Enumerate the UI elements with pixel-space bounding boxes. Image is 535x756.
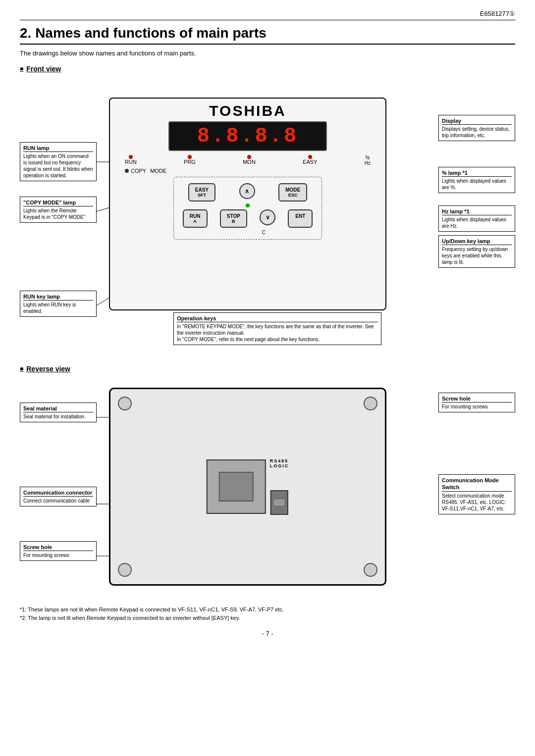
run-key-lamp-label: RUN key lamp Lights when RUN key is enab… (20, 291, 97, 317)
seven-segment-display: 8.8.8.8 (168, 121, 327, 151)
easy-key[interactable]: EASY SFT (188, 183, 215, 202)
display-label: Display Displays setting, device status,… (438, 115, 515, 141)
display-digits: 8.8.8.8 (197, 124, 298, 148)
switch-toggle (273, 499, 285, 506)
page-title: 2. Names and functions of main parts (20, 25, 515, 45)
copy-label: COPY (131, 168, 146, 174)
footnote-1: *1: These lamps are not lit when Remote … (20, 605, 515, 614)
run-lamp-label: RUN lamp Lights when an ON command is is… (20, 142, 97, 181)
rs485-logic-label: RS485LOGIC (270, 458, 289, 488)
page-header: E6581277① (20, 10, 515, 20)
mode-esc-key[interactable]: MODE ESC (278, 183, 307, 202)
doc-number: E6581277① (480, 10, 515, 17)
device-reverse: RS485LOGIC (109, 388, 386, 586)
screw-hole-top-right-label: Screw hole For mounting screws (438, 393, 515, 412)
reverse-view-diagram: Seal material Seal material for installa… (20, 378, 515, 596)
connector-rect (207, 459, 266, 514)
ent-key[interactable]: ENT (288, 209, 313, 228)
up-key[interactable]: ∧ (239, 183, 255, 199)
comm-switch[interactable] (270, 490, 288, 515)
mon-indicator: MON (243, 159, 256, 165)
percent-indicator: % (365, 155, 370, 160)
front-view-title: Front view (20, 65, 515, 73)
reverse-view-title: Reverse view (20, 365, 515, 373)
front-view-diagram: RUN lamp Lights when an ON command is is… (20, 78, 515, 355)
hz-indicator: Hz (365, 160, 371, 166)
updown-lamp-label: Up/Down key lamp Frequency setting by up… (438, 235, 515, 268)
page-number: - 7 - (20, 630, 515, 637)
easy-dot (308, 155, 312, 159)
footnote-2: *2: The lamp is not lit when Remote Keyp… (20, 614, 515, 622)
screw-hole-bottom-left-label: Screw hole For mounting screws (20, 541, 97, 561)
prg-dot (188, 155, 192, 159)
connector-inner (219, 472, 254, 502)
device-front: TOSHIBA 8.8.8.8 RUN PRG MON EASY (109, 98, 386, 310)
stop-b-key[interactable]: STOP B (220, 209, 247, 228)
comm-mode-switch-label: Communication Mode Switch Select communi… (438, 474, 515, 514)
run-indicator: RUN (125, 159, 137, 165)
intro-text: The drawings below show names and functi… (20, 50, 515, 57)
mon-dot (247, 155, 251, 159)
copy-mode-lamp-label: "COPY MODE" lamp Lights when the Remote … (20, 197, 97, 223)
screw-hole-bl (118, 563, 132, 577)
key-row-1: EASY SFT ∧ MODE ESC (178, 183, 318, 202)
run-dot (129, 155, 133, 159)
hz-lamp-label: Hz lamp *1 Lights when displayed values … (438, 205, 515, 232)
green-dot (246, 203, 250, 207)
copy-dot (125, 169, 129, 173)
footnotes: *1: These lamps are not lit when Remote … (20, 605, 515, 622)
percent-lamp-label: % lamp *1 Lights when displayed values a… (438, 167, 515, 193)
comm-connector-label: Communication connector Connect communic… (20, 487, 97, 506)
down-key[interactable]: ∨ (260, 209, 275, 225)
run-a-key[interactable]: RUN A (183, 209, 208, 228)
c-label: C (262, 230, 266, 235)
screw-hole-tr (364, 397, 377, 410)
screw-hole-tl (118, 397, 132, 410)
key-row-2: RUN A STOP B ∨ ENT (178, 209, 318, 228)
toshiba-logo: TOSHIBA (110, 102, 385, 119)
operation-keys-label: Operation keys In "REMOTE KEYPAD MODE", … (173, 312, 381, 345)
keypad-area: EASY SFT ∧ MODE ESC RUN A S (173, 177, 322, 240)
prg-indicator: PRG (184, 159, 196, 165)
mode-label: MODE (150, 168, 166, 174)
easy-indicator: EASY (303, 159, 317, 165)
screw-hole-br (364, 563, 377, 577)
seal-material-label: Seal material Seal material for installa… (20, 403, 97, 422)
